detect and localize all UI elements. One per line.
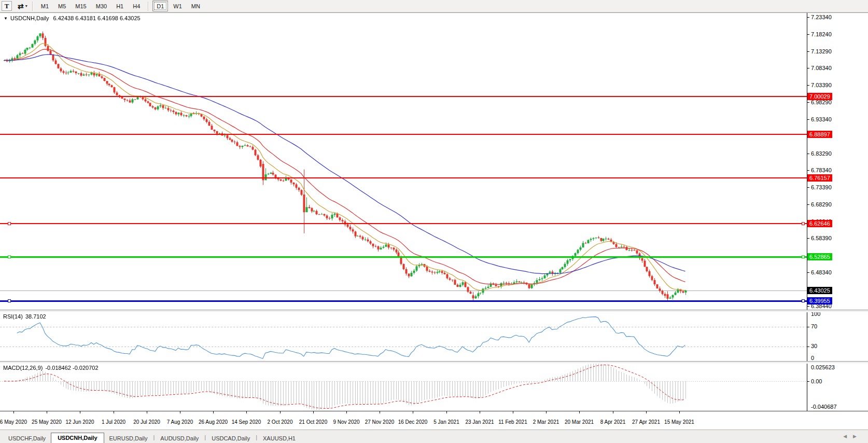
time-tick-mark <box>513 411 513 413</box>
price-tick-mark <box>807 204 809 205</box>
chart-symbol-title: USDCNH,Daily <box>10 15 49 21</box>
price-tick-mark <box>807 170 809 171</box>
price-tick-label: 6.83290 <box>811 150 847 157</box>
indicator-scale-label: 0 <box>811 355 847 361</box>
cursor-arrows-icon: ⇄ <box>18 3 24 10</box>
chart-title-overlay: ▼ USDCNH,Daily 6.42438 6.43181 6.41698 6… <box>4 15 141 21</box>
timeframe-button-d1[interactable]: D1 <box>152 1 168 11</box>
chart-tab-eurusd[interactable]: EURUSD,Daily <box>104 434 153 443</box>
time-tick-mark <box>413 411 413 413</box>
price-line-badge: 6.76157 <box>807 174 832 182</box>
time-tick-mark <box>213 411 214 413</box>
price-tick-label: 7.08340 <box>811 65 847 71</box>
indicator-scale-label: 0.00 <box>811 378 847 384</box>
time-tick-mark <box>80 411 80 413</box>
tab-separator: | <box>153 434 155 440</box>
timeframe-buttons: M1M5M15M30H1H4D1W1MN <box>36 1 205 11</box>
chart-tab-xauusd[interactable]: XAUUSD,H1 <box>258 434 301 443</box>
price-tick-mark <box>807 272 809 273</box>
price-tick-label: 6.68290 <box>811 201 847 207</box>
price-line-badge: 6.88897 <box>807 131 832 138</box>
time-tick-mark <box>380 411 380 413</box>
price-line-badge: 6.52865 <box>807 253 832 260</box>
time-tick-mark <box>246 411 247 413</box>
timeframe-button-mn[interactable]: MN <box>187 1 204 11</box>
price-tick-mark <box>807 187 809 188</box>
price-tick-label: 7.18240 <box>811 31 847 37</box>
time-tick-mark <box>47 411 47 413</box>
price-tick-mark <box>807 154 809 154</box>
chart-tab-usdchf[interactable]: USDCHF,Daily <box>3 434 51 443</box>
price-axis-separator <box>807 13 807 411</box>
price-tick-mark <box>807 306 809 307</box>
chart-window: ▼ USDCNH,Daily 6.42438 6.43181 6.41698 6… <box>0 12 868 430</box>
time-tick-mark <box>147 411 147 413</box>
indicator-scale-label: 30 <box>811 343 847 349</box>
chart-menu-triangle-icon: ▼ <box>4 16 8 21</box>
timeframe-button-m5[interactable]: M5 <box>54 1 70 11</box>
price-tick-mark <box>807 68 809 68</box>
tab-scroll-left-icon[interactable]: ◀ <box>843 434 853 439</box>
timeframe-button-w1[interactable]: W1 <box>169 1 186 11</box>
chevron-down-icon: ▾ <box>25 4 27 8</box>
price-tick-mark <box>807 102 809 103</box>
cursor-mode-button[interactable]: ⇄ ▾ <box>16 2 29 10</box>
time-tick-mark <box>13 411 14 413</box>
time-tick-mark <box>346 411 347 413</box>
price-tick-label: 6.93340 <box>811 116 847 122</box>
price-chart-canvas[interactable] <box>0 13 807 411</box>
price-line-badge: 7.00029 <box>807 93 832 100</box>
price-tick-mark <box>807 34 809 35</box>
chart-tab-usdcnh[interactable]: USDCNH,Daily <box>51 433 104 443</box>
tab-scroll-arrows: ◀▶ <box>843 434 863 439</box>
price-tick-label: 6.73390 <box>811 184 847 190</box>
price-tick-label: 7.13290 <box>811 48 847 54</box>
timeframe-button-h1[interactable]: H1 <box>112 1 128 11</box>
price-line-badge: 6.39955 <box>807 297 832 304</box>
macd-indicator-label: MACD(12,26,9)-0.018462 -0.020702 <box>3 365 99 371</box>
timeframe-button-m1[interactable]: M1 <box>37 1 53 11</box>
time-tick-mark <box>446 411 447 413</box>
price-tick-label: 7.03390 <box>811 82 847 88</box>
time-tick-mark <box>646 411 647 413</box>
toolbar-separator <box>32 2 33 11</box>
chart-tab-bar: USDCHF,DailyUSDCNH,DailyEURUSD,Daily|AUD… <box>0 430 868 443</box>
price-tick-mark <box>807 17 809 18</box>
time-tick-mark <box>480 411 480 413</box>
time-axis-label: 15 May 2021 <box>659 419 700 425</box>
timeframe-button-m15[interactable]: M15 <box>71 1 90 11</box>
timeframe-button-m30[interactable]: M30 <box>92 1 111 11</box>
price-tick-label: 7.23340 <box>811 14 847 20</box>
chart-tab-audusd[interactable]: AUDUSD,Daily <box>155 434 204 443</box>
tab-separator: | <box>256 434 257 440</box>
time-tick-mark <box>280 411 281 413</box>
timeframe-button-h4[interactable]: H4 <box>129 1 144 11</box>
time-tick-mark <box>114 411 114 413</box>
price-tick-mark <box>807 119 809 120</box>
time-tick-mark <box>546 411 547 413</box>
rsi-panel-splitter[interactable] <box>0 310 868 312</box>
top-toolbar: T ⇄ ▾ M1M5M15M30H1H4D1W1MN <box>0 0 868 12</box>
toolbar-separator <box>148 2 149 11</box>
tab-scroll-right-icon[interactable]: ▶ <box>853 434 863 439</box>
macd-panel-splitter[interactable] <box>0 361 868 364</box>
time-tick-mark <box>613 411 613 413</box>
chart-ohlc-values: 6.42438 6.43181 6.41698 6.43025 <box>53 15 140 21</box>
indicator-tick-mark <box>807 327 809 327</box>
price-line-badge: 6.62646 <box>807 220 832 227</box>
price-tick-label: 6.48340 <box>811 269 847 275</box>
price-tick-label: 6.58390 <box>811 235 847 241</box>
price-tick-mark <box>807 238 809 239</box>
time-tick-mark <box>313 411 314 413</box>
rsi-indicator-label: RSI(14)38.7102 <box>3 313 46 320</box>
price-tick-mark <box>807 51 809 52</box>
price-tick-mark <box>807 85 809 86</box>
chart-tabs: USDCHF,DailyUSDCNH,DailyEURUSD,Daily|AUD… <box>3 431 301 443</box>
mt4-application: { "toolbar": { "pointer_tool": "T", "cur… <box>0 0 868 443</box>
price-tick-label: 6.78340 <box>811 167 847 173</box>
tab-separator: | <box>204 434 206 440</box>
indicator-scale-label: -0.040687 <box>811 404 847 410</box>
price-line-badge: 6.43025 <box>807 287 832 294</box>
text-tool-button[interactable]: T <box>2 1 12 11</box>
chart-tab-usdcad[interactable]: USDCAD,Daily <box>206 434 255 443</box>
